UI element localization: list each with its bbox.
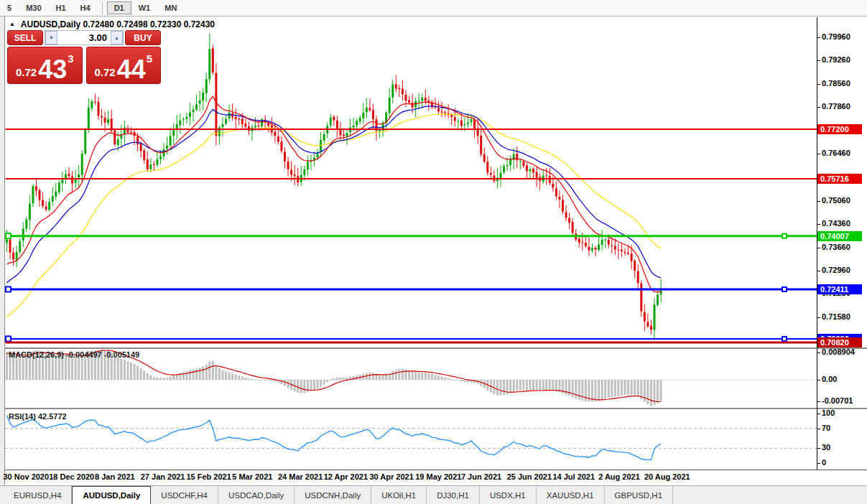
- tab-eurusd-h4[interactable]: EURUSD,H4: [4, 486, 72, 504]
- candle-body: [621, 250, 623, 251]
- candle-body: [136, 136, 139, 144]
- price-axis-tick: 0.79260: [822, 55, 850, 64]
- line-handle-left[interactable]: [6, 233, 11, 238]
- candle-body: [657, 294, 659, 304]
- tab-dj30-h1[interactable]: DJ30,H1: [427, 486, 480, 504]
- candle-body: [362, 113, 364, 118]
- candle-body: [39, 190, 41, 200]
- date-axis-label: 24 Mar 2021: [278, 472, 323, 481]
- candle-body: [578, 239, 580, 243]
- timeframe-button-h1[interactable]: H1: [49, 1, 73, 14]
- tab-gbpusd-h1[interactable]: GBPUSD,H1: [605, 486, 673, 504]
- candle-body: [254, 126, 256, 127]
- tab-ukoil-h1[interactable]: UKOil,H1: [371, 486, 427, 504]
- pane-separator: [0, 408, 867, 409]
- price-level-badge[interactable]: 0.74007: [817, 231, 862, 241]
- price-level-badge[interactable]: 0.72411: [817, 284, 862, 294]
- candle-body: [215, 73, 217, 136]
- candle-body: [303, 169, 305, 175]
- candle-body: [274, 132, 276, 136]
- tab-usdcnh-daily[interactable]: USDCNH,Daily: [295, 486, 371, 504]
- candle-body: [277, 136, 279, 141]
- price-level-badge[interactable]: 0.77200: [817, 124, 862, 134]
- rsi-axis-tick: 30: [822, 443, 830, 452]
- candle-body: [604, 240, 606, 241]
- candle-body: [650, 326, 652, 330]
- candle-body: [339, 129, 341, 135]
- candle-body: [91, 101, 93, 108]
- tab-usdx-h1[interactable]: USDX,H1: [480, 486, 537, 504]
- candle-body: [346, 133, 348, 136]
- candle-body: [379, 130, 381, 131]
- candle-body: [16, 252, 18, 261]
- price-level-badge[interactable]: 0.70820: [817, 337, 862, 347]
- tab-xauusd-h1[interactable]: XAUUSD,H1: [537, 486, 605, 504]
- candle-body: [526, 165, 528, 171]
- line-handle-right[interactable]: [782, 234, 787, 238]
- candle-body: [372, 110, 374, 119]
- candle-body: [193, 110, 195, 112]
- price-axis-tick: 0.75060: [822, 196, 850, 205]
- volume-increase-button[interactable]: ▲: [111, 31, 123, 45]
- price-axis-tick: 0.78560: [822, 79, 850, 88]
- line-handle-left[interactable]: [6, 286, 11, 291]
- volume-decrease-button[interactable]: ▼: [45, 31, 57, 45]
- candle-body: [244, 123, 246, 126]
- tab-usdcad-daily[interactable]: USDCAD,Daily: [218, 486, 295, 504]
- candle-body: [572, 222, 574, 233]
- line-handle-left[interactable]: [6, 336, 11, 341]
- candle-body: [486, 162, 488, 172]
- candle-body: [366, 108, 368, 113]
- line-handle-right[interactable]: [782, 287, 787, 291]
- timeframe-button-mn[interactable]: MN: [157, 1, 184, 14]
- chart-ohlc-label: 0.72480 0.72498 0.72330 0.72430: [83, 19, 215, 29]
- candle-body: [418, 101, 420, 101]
- candle-body: [470, 119, 473, 122]
- candle-body: [454, 117, 456, 121]
- ma-line-mid-blue: [7, 106, 662, 283]
- candle-body: [568, 218, 570, 223]
- candle-body: [12, 253, 14, 260]
- candle-body: [425, 98, 427, 101]
- price-axis-tick: 0.79960: [822, 32, 850, 41]
- candle-body: [107, 119, 109, 123]
- timeframe-button-5[interactable]: 5: [0, 1, 19, 14]
- candle-body: [159, 156, 162, 159]
- tab-usdchf-h4[interactable]: USDCHF,H4: [151, 486, 218, 504]
- volume-input[interactable]: [57, 31, 111, 45]
- sell-price-sup: 3: [68, 52, 73, 65]
- date-axis-line: [0, 470, 867, 470]
- candle-body: [88, 108, 90, 129]
- candle-body: [608, 240, 610, 245]
- collapse-arrow-icon[interactable]: ▲: [9, 21, 15, 27]
- candle-body: [195, 104, 198, 110]
- candle-body: [545, 176, 547, 177]
- buy-price-box[interactable]: 0.72445: [86, 47, 162, 84]
- timeframe-button-d1[interactable]: D1: [107, 1, 131, 14]
- candle-body: [402, 88, 404, 94]
- timeframe-button-h4[interactable]: H4: [73, 1, 98, 14]
- sell-price-box[interactable]: 0.72433: [7, 47, 83, 84]
- price-level-badge[interactable]: 0.75716: [817, 174, 862, 184]
- rsi-indicator-label: RSI(14) 42.5772: [9, 412, 67, 421]
- candle-body: [522, 162, 524, 166]
- buy-button[interactable]: BUY: [125, 30, 161, 45]
- line-handle-right[interactable]: [782, 337, 787, 341]
- candle-body: [221, 124, 223, 127]
- candle-body: [441, 111, 443, 113]
- timeframe-button-w1[interactable]: W1: [131, 1, 158, 14]
- candle-body: [598, 244, 600, 250]
- volume-spinner: ▼ ▲: [45, 30, 124, 45]
- candle-body: [444, 113, 446, 113]
- candle-body: [225, 119, 227, 124]
- tab-audusd-daily[interactable]: AUDUSD,Daily: [72, 486, 151, 504]
- candle-body: [179, 121, 181, 125]
- sell-button[interactable]: SELL: [7, 30, 43, 45]
- timeframe-button-m30[interactable]: M30: [19, 1, 48, 14]
- candle-body: [6, 240, 8, 243]
- candle-body: [78, 174, 80, 177]
- candle-body: [463, 124, 465, 126]
- candle-body: [290, 170, 292, 175]
- date-axis-label: 15 Feb 2021: [186, 472, 231, 481]
- left-chrome-strip: [0, 17, 4, 486]
